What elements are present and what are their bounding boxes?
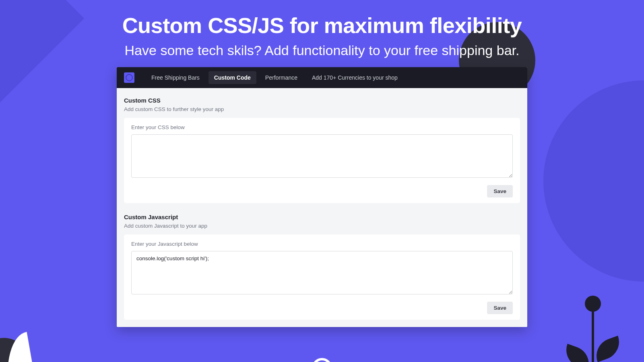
custom-js-section: Custom Javascript Add custom Javascript … — [124, 214, 520, 320]
custom-js-input[interactable]: console.log('custom script hi'); — [131, 251, 513, 294]
save-css-button[interactable]: Save — [487, 185, 513, 197]
app-window: Free Shipping Bars Custom Code Performan… — [117, 67, 527, 327]
save-js-button[interactable]: Save — [487, 302, 513, 314]
custom-css-card: Enter your CSS below Save — [124, 118, 520, 203]
hero: Custom CSS/JS for maximum flexibility Ha… — [0, 0, 644, 58]
bg-leaf-shape — [0, 290, 48, 362]
custom-css-sub: Add custom CSS to further style your app — [124, 106, 520, 112]
custom-js-sub: Add custom Javascript to your app — [124, 223, 520, 229]
hero-subtitle: Have some tech skils? Add functionality … — [0, 43, 644, 58]
bg-circle — [543, 80, 644, 282]
app-body: Custom CSS Add custom CSS to further sty… — [117, 88, 527, 327]
custom-css-actions: Save — [131, 185, 513, 197]
bg-ring — [312, 358, 332, 362]
custom-css-label: Enter your CSS below — [131, 124, 513, 130]
nav-performance[interactable]: Performance — [260, 71, 303, 84]
custom-js-card: Enter your Javascript below console.log(… — [124, 234, 520, 320]
custom-css-heading: Custom CSS — [124, 97, 520, 104]
app-nav: Free Shipping Bars Custom Code Performan… — [117, 67, 527, 88]
custom-js-heading: Custom Javascript — [124, 214, 520, 220]
nav-add-currencies[interactable]: Add 170+ Currencies to your shop — [306, 71, 403, 84]
custom-css-input[interactable] — [131, 134, 513, 178]
hero-title: Custom CSS/JS for maximum flexibility — [0, 13, 644, 38]
nav-custom-code[interactable]: Custom Code — [208, 71, 256, 84]
bg-flower-shape — [555, 269, 628, 362]
custom-css-section: Custom CSS Add custom CSS to further sty… — [124, 97, 520, 203]
app-logo-icon — [124, 72, 134, 83]
custom-js-actions: Save — [131, 302, 513, 314]
nav-free-shipping-bars[interactable]: Free Shipping Bars — [146, 71, 205, 84]
custom-js-label: Enter your Javascript below — [131, 241, 513, 247]
